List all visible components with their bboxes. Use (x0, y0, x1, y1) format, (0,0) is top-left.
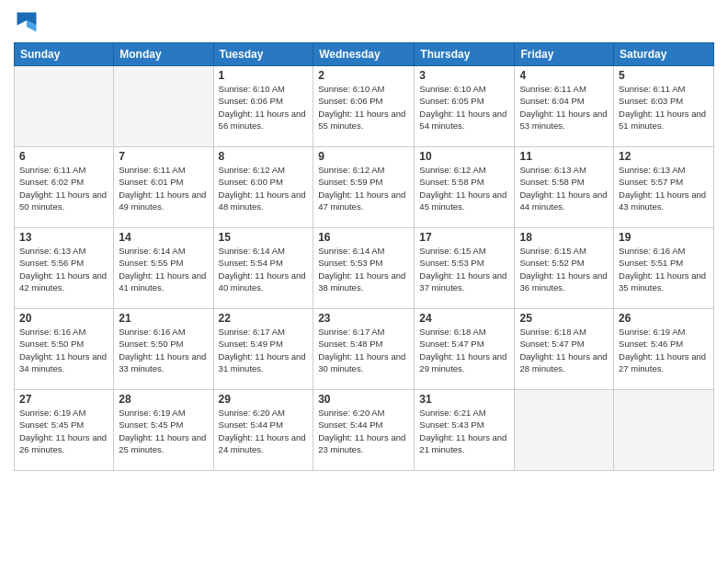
calendar-header-wednesday: Wednesday (313, 43, 415, 66)
calendar-day-30: 30Sunrise: 6:20 AM Sunset: 5:44 PM Dayli… (313, 390, 415, 471)
day-info: Sunrise: 6:16 AM Sunset: 5:50 PM Dayligh… (19, 326, 108, 374)
day-number: 14 (119, 231, 208, 244)
day-number: 27 (19, 393, 108, 406)
calendar-day-1: 1Sunrise: 6:10 AM Sunset: 6:06 PM Daylig… (213, 66, 313, 147)
day-info: Sunrise: 6:13 AM Sunset: 5:56 PM Dayligh… (19, 245, 108, 293)
day-info: Sunrise: 6:20 AM Sunset: 5:44 PM Dayligh… (219, 407, 309, 455)
day-info: Sunrise: 6:14 AM Sunset: 5:54 PM Dayligh… (219, 245, 309, 293)
calendar-week-1: 1Sunrise: 6:10 AM Sunset: 6:06 PM Daylig… (15, 66, 714, 147)
calendar-day-2: 2Sunrise: 6:10 AM Sunset: 6:06 PM Daylig… (313, 66, 415, 147)
calendar-header-thursday: Thursday (415, 43, 515, 66)
day-number: 13 (19, 231, 108, 244)
calendar-header-friday: Friday (515, 43, 614, 66)
calendar-week-5: 27Sunrise: 6:19 AM Sunset: 5:45 PM Dayli… (15, 390, 714, 471)
day-info: Sunrise: 6:18 AM Sunset: 5:47 PM Dayligh… (419, 326, 509, 374)
logo-icon (14, 9, 40, 35)
day-info: Sunrise: 6:11 AM Sunset: 6:04 PM Dayligh… (519, 83, 609, 132)
day-number: 2 (318, 69, 409, 82)
calendar-day-28: 28Sunrise: 6:19 AM Sunset: 5:45 PM Dayli… (114, 390, 213, 471)
day-info: Sunrise: 6:11 AM Sunset: 6:02 PM Dayligh… (19, 164, 108, 213)
day-number: 20 (19, 312, 108, 325)
calendar-day-18: 18Sunrise: 6:15 AM Sunset: 5:52 PM Dayli… (515, 228, 614, 309)
day-number: 11 (519, 150, 609, 163)
day-number: 16 (318, 231, 409, 244)
day-info: Sunrise: 6:12 AM Sunset: 6:00 PM Dayligh… (219, 164, 309, 213)
day-info: Sunrise: 6:13 AM Sunset: 5:58 PM Dayligh… (519, 164, 609, 213)
day-info: Sunrise: 6:13 AM Sunset: 5:57 PM Dayligh… (619, 164, 709, 213)
day-number: 23 (318, 312, 409, 325)
day-info: Sunrise: 6:12 AM Sunset: 5:59 PM Dayligh… (318, 164, 409, 213)
calendar-day-15: 15Sunrise: 6:14 AM Sunset: 5:54 PM Dayli… (213, 228, 313, 309)
day-number: 6 (19, 150, 108, 163)
day-number: 7 (119, 150, 208, 163)
day-number: 5 (619, 69, 709, 82)
day-number: 31 (419, 393, 509, 406)
day-info: Sunrise: 6:14 AM Sunset: 5:55 PM Dayligh… (119, 245, 208, 293)
day-info: Sunrise: 6:16 AM Sunset: 5:50 PM Dayligh… (119, 326, 208, 374)
day-info: Sunrise: 6:21 AM Sunset: 5:43 PM Dayligh… (419, 407, 509, 455)
calendar-day-8: 8Sunrise: 6:12 AM Sunset: 6:00 PM Daylig… (213, 147, 313, 228)
day-number: 29 (219, 393, 309, 406)
calendar-day-7: 7Sunrise: 6:11 AM Sunset: 6:01 PM Daylig… (114, 147, 213, 228)
header (14, 9, 714, 35)
calendar-day-20: 20Sunrise: 6:16 AM Sunset: 5:50 PM Dayli… (15, 309, 114, 390)
calendar-day-4: 4Sunrise: 6:11 AM Sunset: 6:04 PM Daylig… (515, 66, 614, 147)
calendar-day-16: 16Sunrise: 6:14 AM Sunset: 5:53 PM Dayli… (313, 228, 415, 309)
day-number: 12 (619, 150, 709, 163)
calendar-day-10: 10Sunrise: 6:12 AM Sunset: 5:58 PM Dayli… (415, 147, 515, 228)
calendar-day-6: 6Sunrise: 6:11 AM Sunset: 6:02 PM Daylig… (15, 147, 114, 228)
day-number: 26 (619, 312, 709, 325)
calendar-week-3: 13Sunrise: 6:13 AM Sunset: 5:56 PM Dayli… (15, 228, 714, 309)
calendar-week-4: 20Sunrise: 6:16 AM Sunset: 5:50 PM Dayli… (15, 309, 714, 390)
calendar-header-monday: Monday (114, 43, 213, 66)
day-info: Sunrise: 6:15 AM Sunset: 5:52 PM Dayligh… (519, 245, 609, 293)
day-number: 30 (318, 393, 409, 406)
day-info: Sunrise: 6:10 AM Sunset: 6:05 PM Dayligh… (419, 83, 509, 132)
day-number: 25 (519, 312, 609, 325)
calendar-day-11: 11Sunrise: 6:13 AM Sunset: 5:58 PM Dayli… (515, 147, 614, 228)
calendar-day-empty (114, 66, 213, 147)
calendar-day-24: 24Sunrise: 6:18 AM Sunset: 5:47 PM Dayli… (415, 309, 515, 390)
day-info: Sunrise: 6:17 AM Sunset: 5:48 PM Dayligh… (318, 326, 409, 374)
day-info: Sunrise: 6:10 AM Sunset: 6:06 PM Dayligh… (219, 83, 309, 132)
day-info: Sunrise: 6:15 AM Sunset: 5:53 PM Dayligh… (419, 245, 509, 293)
day-number: 10 (419, 150, 509, 163)
day-info: Sunrise: 6:20 AM Sunset: 5:44 PM Dayligh… (318, 407, 409, 455)
day-info: Sunrise: 6:11 AM Sunset: 6:03 PM Dayligh… (619, 83, 709, 132)
calendar-day-empty (614, 390, 714, 471)
day-info: Sunrise: 6:19 AM Sunset: 5:45 PM Dayligh… (119, 407, 208, 455)
calendar-day-17: 17Sunrise: 6:15 AM Sunset: 5:53 PM Dayli… (415, 228, 515, 309)
day-info: Sunrise: 6:16 AM Sunset: 5:51 PM Dayligh… (619, 245, 709, 293)
calendar-day-26: 26Sunrise: 6:19 AM Sunset: 5:46 PM Dayli… (614, 309, 714, 390)
calendar-day-22: 22Sunrise: 6:17 AM Sunset: 5:49 PM Dayli… (213, 309, 313, 390)
day-info: Sunrise: 6:18 AM Sunset: 5:47 PM Dayligh… (519, 326, 609, 374)
day-number: 22 (219, 312, 309, 325)
calendar-day-25: 25Sunrise: 6:18 AM Sunset: 5:47 PM Dayli… (515, 309, 614, 390)
calendar-day-3: 3Sunrise: 6:10 AM Sunset: 6:05 PM Daylig… (415, 66, 515, 147)
day-number: 1 (219, 69, 309, 82)
day-info: Sunrise: 6:14 AM Sunset: 5:53 PM Dayligh… (318, 245, 409, 293)
calendar-header-sunday: Sunday (15, 43, 114, 66)
calendar-table: SundayMondayTuesdayWednesdayThursdayFrid… (14, 42, 714, 471)
day-info: Sunrise: 6:12 AM Sunset: 5:58 PM Dayligh… (419, 164, 509, 213)
calendar-day-31: 31Sunrise: 6:21 AM Sunset: 5:43 PM Dayli… (415, 390, 515, 471)
day-number: 17 (419, 231, 509, 244)
logo (14, 9, 43, 35)
calendar-header-saturday: Saturday (614, 43, 714, 66)
page: SundayMondayTuesdayWednesdayThursdayFrid… (0, 0, 728, 563)
calendar-day-12: 12Sunrise: 6:13 AM Sunset: 5:57 PM Dayli… (614, 147, 714, 228)
calendar-day-27: 27Sunrise: 6:19 AM Sunset: 5:45 PM Dayli… (15, 390, 114, 471)
calendar-day-9: 9Sunrise: 6:12 AM Sunset: 5:59 PM Daylig… (313, 147, 415, 228)
calendar-day-empty (515, 390, 614, 471)
day-number: 24 (419, 312, 509, 325)
day-number: 28 (119, 393, 208, 406)
day-number: 18 (519, 231, 609, 244)
day-number: 8 (219, 150, 309, 163)
day-number: 15 (219, 231, 309, 244)
day-info: Sunrise: 6:19 AM Sunset: 5:45 PM Dayligh… (19, 407, 108, 455)
calendar-day-23: 23Sunrise: 6:17 AM Sunset: 5:48 PM Dayli… (313, 309, 415, 390)
day-number: 9 (318, 150, 409, 163)
calendar-header-tuesday: Tuesday (213, 43, 313, 66)
day-number: 21 (119, 312, 208, 325)
day-number: 3 (419, 69, 509, 82)
